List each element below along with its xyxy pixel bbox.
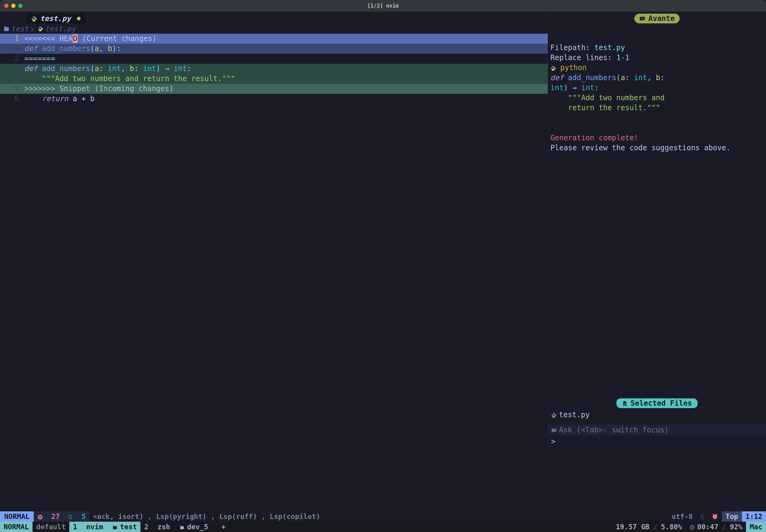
tmux-session[interactable]: default (32, 522, 69, 532)
scroll-position: Top (722, 511, 742, 522)
folder-icon (112, 523, 118, 531)
conflict-separator-line: 2 ======= (0, 54, 548, 64)
vim-mode-indicator: NORMAL (0, 511, 34, 522)
app-root: test.py test test.py 1 (0, 12, 766, 532)
avante-pill[interactable]: Avante (634, 14, 680, 23)
modified-indicator-icon (77, 17, 80, 20)
selected-file-item[interactable]: test.py (548, 409, 766, 420)
tmux-window-2[interactable]: 2 zsh dev_5 + (140, 522, 229, 532)
code-text: def add_numbers(a: int, b: int) → int: (24, 64, 548, 74)
breadcrumb-folder[interactable]: test (11, 25, 29, 33)
ask-input[interactable]: > (548, 435, 766, 448)
svg-point-12 (552, 414, 553, 414)
diagnostics-segment[interactable]: 27 5 (34, 511, 89, 522)
svg-rect-10 (624, 404, 626, 405)
cursor-position: 1:12 (742, 511, 766, 522)
svg-point-3 (41, 30, 42, 31)
hint-count: 5 (68, 513, 86, 520)
code-editor[interactable]: 1 <<<<<<< HEAD (Current changes) 1 def a… (0, 34, 548, 511)
breadcrumb-file[interactable]: test.py (45, 25, 76, 33)
cpu-stat: 5.80% (658, 522, 686, 532)
code-text: ======= (24, 54, 548, 64)
avante-body[interactable]: Filepath: test.py Replace lines: 1-1 pyt… (548, 31, 766, 155)
minimize-window-button[interactable] (11, 4, 15, 8)
cursor: D (73, 34, 77, 43)
svg-point-2 (39, 27, 40, 27)
error-count: 27 (37, 513, 60, 520)
code-text: """Add two numbers and return the result… (24, 74, 548, 84)
folder-icon (3, 26, 10, 32)
window-title: [1/2] nvim (368, 3, 398, 9)
time-stat: 00:47 (686, 522, 722, 532)
file-icon (622, 399, 628, 408)
svg-point-4 (641, 18, 642, 19)
gutter: 4 (0, 74, 24, 84)
svg-rect-11 (624, 405, 626, 406)
ask-placeholder: Ask (<Tab>: switch focus) (559, 426, 669, 434)
svg-point-0 (33, 17, 33, 17)
code-text: <<<<<<< HEAD (Current changes) (24, 34, 548, 44)
breadcrumb: test test.py (0, 24, 548, 34)
avante-panel: Avante Filepath: test.py Replace lines: … (548, 12, 766, 511)
macos-titlebar: [1/2] nvim (0, 0, 766, 12)
chevron-left-icon (696, 511, 708, 522)
svg-point-8 (554, 70, 554, 70)
close-window-button[interactable] (4, 4, 9, 8)
editor-column: test.py test test.py 1 (0, 12, 548, 511)
tab-test-py[interactable]: test.py (27, 13, 85, 24)
ask-header: Ask (<Tab>: switch focus) (548, 425, 766, 435)
svg-point-6 (643, 18, 644, 19)
conflict-ours-line: 1 def add_numbers(a, b): (0, 44, 548, 54)
svg-point-13 (554, 417, 555, 418)
conflict-foot-line: 5 >>>>>>> Snippet (Incoming changes) (0, 84, 548, 94)
code-line: 6 return a + b (0, 94, 548, 104)
gutter: 2 (0, 54, 24, 64)
plus-icon[interactable]: + (221, 523, 226, 531)
code-text: return a + b (24, 94, 548, 104)
svg-point-1 (35, 20, 35, 21)
workspace: test.py test test.py 1 (0, 12, 766, 511)
tab-bar: test.py (0, 12, 548, 24)
selected-files-header: Selected Files (548, 397, 766, 409)
tab-filename: test.py (40, 14, 71, 23)
avante-title: Avante (648, 14, 675, 23)
chat-icon (639, 14, 645, 23)
chat-icon (551, 426, 556, 434)
breadcrumb-separator-icon (29, 25, 37, 33)
gutter: 1 (0, 44, 24, 54)
gutter: 5 (0, 84, 24, 94)
conflict-head-line: 1 <<<<<<< HEAD (Current changes) (0, 34, 548, 44)
selected-files-pill[interactable]: Selected Files (617, 398, 697, 408)
gutter: 3 (0, 64, 24, 74)
python-icon (550, 63, 556, 72)
svg-point-5 (642, 18, 643, 19)
conflict-theirs-line: 4 """Add two numbers and return the resu… (0, 74, 548, 84)
python-icon (551, 411, 556, 419)
code-text: >>>>>>> Snippet (Incoming changes) (24, 84, 548, 94)
memory-stat: 19.57 GB (612, 522, 653, 532)
traffic-lights (4, 4, 22, 8)
generation-review-label: Please review the code suggestions above… (550, 144, 730, 152)
fullscreen-window-button[interactable] (18, 4, 22, 8)
clock-icon (689, 523, 695, 531)
os-icon (708, 511, 722, 522)
avante-header: Avante (548, 12, 766, 24)
lsp-segment: <ack, isort) , Lsp(pyright) , Lsp(ruff) … (89, 511, 668, 522)
svg-point-7 (552, 67, 552, 67)
folder-icon (179, 523, 185, 531)
python-icon (31, 14, 37, 23)
selected-files-title: Selected Files (631, 399, 692, 408)
gutter-cursor-line: 1 (0, 34, 24, 44)
generation-complete-label: Generation complete! (550, 134, 638, 142)
selected-file-name: test.py (559, 411, 590, 419)
battery-stat: 92% (726, 522, 746, 532)
tmux-window-1[interactable]: 1 nvim test (69, 522, 140, 532)
conflict-theirs-line: 3 def add_numbers(a: int, b: int) → int: (0, 64, 548, 74)
statusline-vim: NORMAL 27 5 <ack, isort) , Lsp(pyright) … (0, 511, 766, 522)
python-icon (37, 26, 44, 32)
gutter: 6 (0, 94, 24, 104)
statusline-tmux: NORMAL default 1 nvim test 2 zsh dev_5 +… (0, 522, 766, 532)
code-text: def add_numbers(a, b): (24, 44, 548, 54)
tmux-mode: NORMAL (0, 522, 32, 532)
svg-rect-9 (624, 403, 626, 404)
